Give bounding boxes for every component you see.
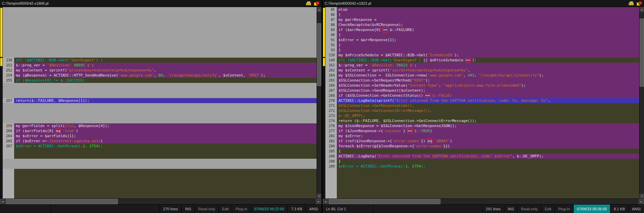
scroll-left-button[interactable]: ◄ bbox=[323, 199, 328, 204]
code-row[interactable]: 276my $JsonResponse = $SSLConnection->Ge… bbox=[325, 123, 639, 128]
code-line[interactable] bbox=[14, 108, 317, 113]
code-line[interactable]: my $sError; bbox=[337, 133, 639, 139]
code-line[interactable] bbox=[14, 149, 317, 154]
status-ins-mode[interactable]: INS bbox=[504, 205, 517, 213]
code-line[interactable]: } bbox=[337, 42, 639, 48]
print-icon[interactable] bbox=[306, 1, 311, 6]
code-line[interactable]: $SSLConnection->GetConnectErrorMessage()… bbox=[337, 108, 639, 113]
code-line[interactable] bbox=[14, 17, 317, 22]
code-line[interactable] bbox=[14, 154, 317, 159]
code-row[interactable]: 267$SSLConnection->SendRequest($sContent… bbox=[325, 88, 639, 93]
code-row[interactable]: 252my $sContent = sprintf("privatekey=%s… bbox=[3, 68, 317, 73]
code-line[interactable]: else bbox=[337, 7, 639, 12]
code-row[interactable]: 286ACTINIC::LogData("Error returned from… bbox=[325, 154, 639, 159]
code-row[interactable] bbox=[3, 17, 317, 22]
code-line[interactable]: my @arrResponse = bbox=[337, 17, 639, 22]
code-rows[interactable]: 85else86{87my @arrResponse =88CheckRecap… bbox=[325, 7, 639, 199]
code-row[interactable]: 265if ($sError =~ /incorrect-captcha-sol… bbox=[3, 139, 317, 144]
code-row[interactable]: 130if( !$ACTINIC::B2B->Get('UserDigest')… bbox=[3, 58, 317, 63]
code-line[interactable] bbox=[14, 159, 317, 164]
vertical-scrollbar-right[interactable]: ▲ ▼ bbox=[639, 7, 644, 199]
code-line[interactable]: $SSLConnection->SetHeaderValue("Content-… bbox=[337, 83, 639, 88]
scroll-track[interactable] bbox=[317, 12, 321, 194]
code-line[interactable] bbox=[14, 22, 317, 27]
code-row[interactable] bbox=[3, 7, 317, 12]
horizontal-scrollbar-right[interactable]: ◄ ► bbox=[323, 199, 644, 204]
code-line[interactable]: $::prog_ver = '$Revision: 56622 $'; bbox=[337, 63, 639, 68]
code-row[interactable]: 271$SSLConnection->GetResponseCode(), bbox=[325, 103, 639, 108]
code-row[interactable] bbox=[3, 22, 317, 27]
code-row[interactable]: 289$sError = ACTINIC::GetPhrase(-1, 2754… bbox=[325, 164, 639, 169]
code-line[interactable] bbox=[14, 93, 317, 98]
code-row[interactable] bbox=[3, 27, 317, 32]
code-line[interactable]: $sError = $arrResponse[1]; bbox=[337, 37, 639, 42]
code-row[interactable]: 259my @arrFields = split(/\n/, $Response… bbox=[3, 123, 317, 128]
code-line[interactable] bbox=[14, 118, 317, 123]
code-line[interactable] bbox=[14, 113, 317, 118]
scroll-down-button[interactable]: ▼ bbox=[640, 194, 644, 199]
code-row[interactable]: 267$sError = ACTINIC::GetPhrase(-1, 2754… bbox=[3, 144, 317, 149]
code-line[interactable] bbox=[14, 83, 317, 88]
scroll-left-button[interactable]: ◄ bbox=[0, 199, 5, 204]
code-row[interactable]: 152$::prog_ver = '$Revision: 48695 $'; bbox=[3, 63, 317, 68]
code-row[interactable]: 88CheckRecaptcha($sRCResponse); bbox=[325, 22, 639, 27]
code-row[interactable]: 140if( !$ACTINIC::B2B->Get('UserDigest')… bbox=[325, 58, 639, 63]
code-row[interactable] bbox=[3, 118, 317, 123]
code-line[interactable]: ACTINIC::LogData("Error returned from th… bbox=[337, 154, 639, 159]
status-plugin[interactable]: Plug-in bbox=[232, 205, 250, 213]
code-line[interactable] bbox=[14, 53, 317, 58]
code-line[interactable] bbox=[14, 27, 317, 32]
code-row[interactable] bbox=[3, 149, 317, 154]
code-row[interactable] bbox=[3, 48, 317, 53]
code-line[interactable] bbox=[14, 12, 317, 17]
code-row[interactable]: 90{ bbox=[325, 32, 639, 37]
scroll-thumb[interactable] bbox=[640, 19, 644, 87]
code-line[interactable]: if ($SSLConnection->GetConnectStatus() =… bbox=[337, 93, 639, 98]
code-line[interactable]: my $sError = $arrFields[1]; bbox=[14, 133, 317, 139]
code-row[interactable]: 281my $sError; bbox=[325, 133, 639, 139]
code-row[interactable]: 255if ($Response[0] != $::SUCCESS) bbox=[3, 78, 317, 83]
code-line[interactable]: $::prog_ver = '$Revision: 48695 $'; bbox=[14, 63, 317, 68]
code-line[interactable]: my @arrFields = split(/\n/, $Response[4]… bbox=[14, 123, 317, 128]
code-line[interactable]: my $sContent = sprintf("secret=%s&remote… bbox=[337, 68, 639, 73]
code-line[interactable]: if ($arrResponse[0] == $::FAILURE) bbox=[337, 27, 639, 32]
code-line[interactable] bbox=[14, 103, 317, 108]
code-line[interactable]: return($::FAILURE, $Response[1]); bbox=[14, 98, 317, 103]
code-line[interactable]: if (ref($JsonResponse->{'error-codes'}) … bbox=[337, 139, 639, 144]
code-row[interactable]: 268if ($SSLConnection->GetConnectStatus(… bbox=[325, 93, 639, 98]
code-row[interactable]: 272$SSLConnection->GetConnectErrorMessag… bbox=[325, 108, 639, 113]
status-readonly[interactable]: Read-only bbox=[517, 205, 541, 213]
code-row[interactable]: 85else bbox=[325, 7, 639, 12]
status-edit[interactable]: Edit bbox=[541, 205, 554, 213]
code-row[interactable] bbox=[3, 159, 317, 164]
status-ins-mode[interactable]: INS bbox=[181, 205, 194, 213]
code-row[interactable]: 288} bbox=[325, 159, 639, 164]
code-row[interactable] bbox=[3, 88, 317, 93]
hscroll-track[interactable] bbox=[328, 199, 639, 204]
code-row[interactable]: 162$::prog_ver = '$Revision: 56622 $'; bbox=[325, 63, 639, 68]
code-line[interactable]: $SSLConnection->GetResponseCode(), bbox=[337, 103, 639, 108]
code-row[interactable]: 282if (ref($JsonResponse->{'error-codes'… bbox=[325, 139, 639, 144]
code-line[interactable]: my (@Response) = ACTINIC::HTTP_SendAndRe… bbox=[14, 73, 317, 78]
code-row[interactable]: 139my $nPriceSchedule = $ACTINIC::B2B->G… bbox=[325, 53, 639, 58]
code-row[interactable]: 262my $sContent = sprintf("secret=%s&rem… bbox=[325, 68, 639, 73]
code-row[interactable]: 270ACTINIC::LogData(sprintf("Error retur… bbox=[325, 98, 639, 103]
code-line[interactable]: } bbox=[337, 159, 639, 164]
code-row[interactable]: 264my $sError = $arrFields[1]; bbox=[3, 133, 317, 139]
print-icon[interactable] bbox=[629, 1, 634, 6]
code-row[interactable]: 254my (@Response) = ACTINIC::HTTP_SendAn… bbox=[3, 73, 317, 78]
compare-icon[interactable] bbox=[314, 1, 319, 6]
code-line[interactable]: if( !$ACTINIC::B2B->Get('UserDigest') ||… bbox=[337, 58, 639, 63]
code-line[interactable] bbox=[14, 48, 317, 53]
scroll-up-button[interactable]: ▲ bbox=[640, 7, 644, 12]
code-line[interactable]: if ($sError =~ /incorrect-captcha-sol/) bbox=[14, 139, 317, 144]
scroll-down-button[interactable]: ▼ bbox=[317, 194, 321, 199]
code-row[interactable]: 257return($::FAILURE, $Response[1]); bbox=[3, 98, 317, 103]
code-line[interactable] bbox=[14, 88, 317, 93]
code-row[interactable] bbox=[3, 32, 317, 37]
status-plugin[interactable]: Plug-in bbox=[554, 205, 573, 213]
code-row[interactable]: 277if ($JsonResponse->{'success'} == $::… bbox=[325, 128, 639, 133]
code-row[interactable]: 91$sError = $arrResponse[1]; bbox=[325, 37, 639, 42]
code-line[interactable]: if ($arrFields[0] eq 'true') bbox=[14, 128, 317, 133]
code-row[interactable]: 265$SSLConnection->SetRequestMethod("POS… bbox=[325, 78, 639, 83]
